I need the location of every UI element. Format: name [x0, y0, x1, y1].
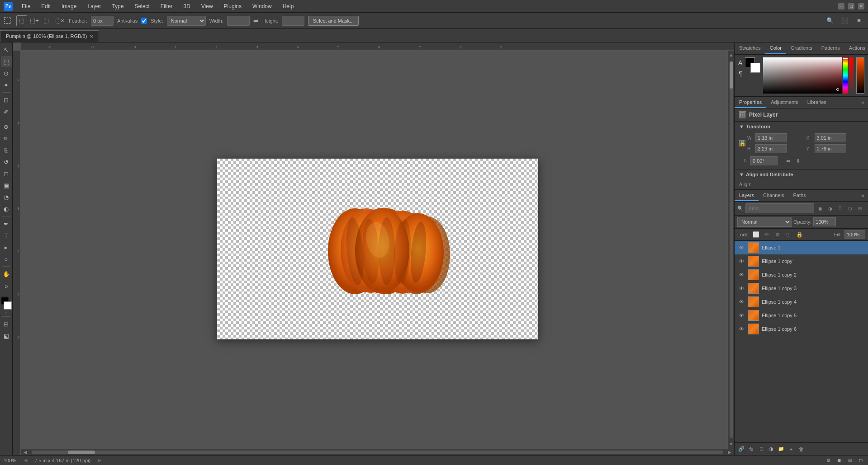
- layer-item-ellipse1-copy3[interactable]: 👁 Ellipse 1 copy 3: [735, 282, 868, 295]
- style-select[interactable]: Normal Fixed Ratio Fixed Size: [167, 16, 206, 26]
- tool-path-select[interactable]: ▸: [1, 242, 12, 253]
- scrollbar-horizontal[interactable]: ◀ ▶: [21, 449, 734, 455]
- eye-icon-ellipse1-copy6[interactable]: 👁: [737, 325, 745, 333]
- filter-smart-icon[interactable]: ⊞: [856, 204, 864, 212]
- lock-aspect-icon[interactable]: 🔒: [739, 140, 745, 146]
- tab-color[interactable]: Color: [765, 42, 786, 54]
- tool-brush[interactable]: ✏: [1, 133, 12, 144]
- filter-pixel-icon[interactable]: ◼: [816, 204, 824, 212]
- rotate-input[interactable]: [750, 156, 778, 165]
- layer-item-ellipse1[interactable]: 👁 Ellipse 1: [735, 241, 868, 254]
- scroll-right-btn[interactable]: ▶: [725, 450, 734, 455]
- tool-move[interactable]: ↖: [1, 44, 12, 55]
- menu-image[interactable]: Image: [60, 2, 78, 10]
- intersect-select-btn[interactable]: ⬚×: [54, 15, 65, 26]
- layer-mask-button[interactable]: ◻: [757, 445, 765, 453]
- tool-lasso[interactable]: ⊙: [1, 68, 12, 79]
- layers-search-input[interactable]: [745, 203, 814, 213]
- tab-gradients[interactable]: Gradients: [786, 42, 817, 54]
- lock-pixels-icon[interactable]: ✏: [763, 230, 771, 239]
- tool-select-rect[interactable]: ⬚: [1, 56, 12, 67]
- menu-view[interactable]: View: [199, 2, 215, 10]
- workspace-button[interactable]: ⬛: [839, 15, 850, 26]
- y-transform-input[interactable]: [815, 144, 846, 153]
- tool-gradient[interactable]: ▣: [1, 180, 12, 191]
- eye-icon-ellipse1-copy2[interactable]: 👁: [737, 271, 745, 279]
- link-layers-button[interactable]: 🔗: [737, 445, 745, 453]
- tool-heal[interactable]: ⊕: [1, 121, 12, 132]
- extra-button[interactable]: ≡: [854, 15, 864, 26]
- fill-input[interactable]: [844, 230, 865, 239]
- filter-adjust-icon[interactable]: ◑: [826, 204, 834, 212]
- color-paragraph-icon[interactable]: ¶: [739, 70, 742, 77]
- status-arrow-right[interactable]: ▶: [98, 457, 101, 463]
- tool-blur[interactable]: ◔: [1, 192, 12, 202]
- maximize-button[interactable]: □: [848, 3, 854, 9]
- width-transform-input[interactable]: [755, 133, 787, 142]
- layer-fx-button[interactable]: fx: [747, 445, 755, 453]
- tool-text[interactable]: T: [1, 230, 12, 241]
- menu-file[interactable]: File: [20, 2, 32, 10]
- tab-channels[interactable]: Channels: [759, 190, 788, 201]
- adjustment-layer-button[interactable]: ◑: [767, 445, 775, 453]
- align-distribute-header[interactable]: ▼ Align and Distribute: [735, 169, 868, 179]
- layers-options-icon[interactable]: ≡: [858, 190, 868, 201]
- document-tab[interactable]: Pumpkin @ 100% (Ellipse 1, RGB/8) ✕: [0, 30, 99, 42]
- transform-header[interactable]: ▼ Transform: [735, 121, 868, 132]
- filter-shape-icon[interactable]: ⬡: [846, 204, 854, 212]
- antialias-checkbox[interactable]: [141, 16, 147, 26]
- menu-window[interactable]: Window: [251, 2, 274, 10]
- color-text-icon[interactable]: A: [738, 59, 742, 66]
- menu-filter[interactable]: Filter: [159, 2, 175, 10]
- tab-close-icon[interactable]: ✕: [90, 34, 93, 39]
- tab-adjustments[interactable]: Adjustments: [766, 97, 803, 108]
- layer-item-ellipse1-copy[interactable]: 👁 Ellipse 1 copy: [735, 254, 868, 268]
- tool-crop[interactable]: ⊡: [1, 94, 12, 105]
- tool-stamp[interactable]: ⎘: [1, 145, 12, 155]
- scroll-down-btn[interactable]: ▼: [729, 440, 734, 449]
- layer-item-ellipse1-copy4[interactable]: 👁 Ellipse 1 copy 4: [735, 295, 868, 309]
- tab-layers[interactable]: Layers: [735, 190, 759, 201]
- tool-extra-1[interactable]: ⊞: [1, 319, 12, 329]
- swap-colors-icon[interactable]: ⇄: [5, 310, 8, 315]
- select-mask-button[interactable]: Select and Mask...: [308, 16, 359, 26]
- width-input[interactable]: [227, 16, 250, 26]
- tab-paths[interactable]: Paths: [789, 190, 811, 201]
- layer-item-ellipse1-copy5[interactable]: 👁 Ellipse 1 copy 5: [735, 309, 868, 322]
- layer-item-ellipse1-copy6[interactable]: 👁 Ellipse 1 copy 6: [735, 322, 868, 336]
- scroll-left-btn[interactable]: ◀: [21, 450, 30, 455]
- eye-icon-ellipse1-copy[interactable]: 👁: [737, 257, 745, 265]
- x-transform-input[interactable]: [815, 133, 846, 142]
- tool-magic-wand[interactable]: ✦: [1, 80, 12, 90]
- tool-eyedropper[interactable]: ✐: [1, 106, 12, 117]
- properties-options-icon[interactable]: ≡: [858, 97, 868, 108]
- canvas-area[interactable]: -2 -1 0 1 2 3 4 5 6 7 8 9 0 1 2 3 4 5 6: [13, 42, 734, 455]
- eye-icon-ellipse1[interactable]: 👁: [737, 244, 745, 252]
- menu-layer[interactable]: Layer: [85, 2, 103, 10]
- scrollbar-vertical[interactable]: ▲ ▼: [728, 51, 734, 449]
- menu-edit[interactable]: Edit: [39, 2, 52, 10]
- tool-zoom[interactable]: ⌕: [1, 280, 12, 291]
- swap-wh-icon[interactable]: ⇌: [253, 17, 259, 24]
- group-layer-button[interactable]: 📁: [777, 445, 785, 453]
- eye-icon-ellipse1-copy3[interactable]: 👁: [737, 284, 745, 292]
- eye-icon-ellipse1-copy4[interactable]: 👁: [737, 298, 745, 306]
- hue-slider[interactable]: [843, 57, 848, 94]
- scroll-thumb[interactable]: [68, 451, 95, 454]
- tab-actions[interactable]: Actions: [844, 42, 868, 54]
- sub-select-btn[interactable]: ⬚-: [42, 15, 52, 26]
- tab-libraries[interactable]: Libraries: [803, 97, 831, 108]
- opacity-input[interactable]: [813, 217, 836, 226]
- tool-history[interactable]: ↺: [1, 156, 12, 167]
- tab-swatches[interactable]: Swatches: [735, 42, 765, 54]
- menu-plugins[interactable]: Plugins: [222, 2, 243, 10]
- tab-patterns[interactable]: Patterns: [817, 42, 844, 54]
- status-arrow-left[interactable]: ◀: [24, 457, 27, 463]
- delete-layer-button[interactable]: 🗑: [797, 445, 805, 453]
- lock-artboard-icon[interactable]: ⊡: [784, 230, 792, 239]
- height-input[interactable]: [282, 16, 304, 26]
- add-select-btn[interactable]: ⬚+: [29, 15, 40, 26]
- alpha-slider[interactable]: [849, 57, 854, 94]
- lock-transparent-icon[interactable]: ⬜: [752, 230, 760, 239]
- menu-help[interactable]: Help: [281, 2, 296, 10]
